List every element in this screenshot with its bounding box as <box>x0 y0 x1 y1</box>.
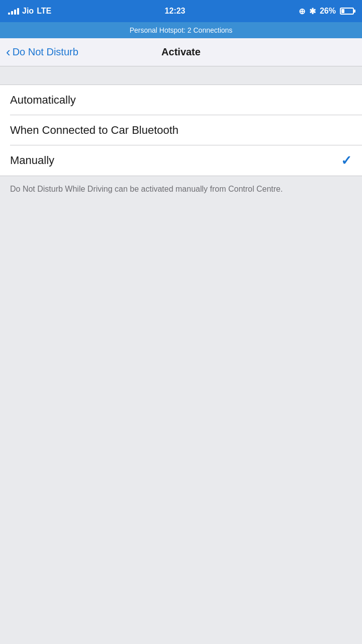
hotspot-text: Personal Hotspot: 2 Connections <box>130 26 233 34</box>
checkmark-icon: ✓ <box>341 153 352 169</box>
status-right: ⊕ ✱ 26% <box>299 7 354 16</box>
manually-label: Manually <box>10 154 54 167</box>
network-type-label: LTE <box>37 7 51 16</box>
nav-bar: ‹ Do Not Disturb Activate <box>0 38 362 66</box>
battery-icon <box>340 8 354 15</box>
location-icon: ⊕ <box>299 7 305 16</box>
automatically-label: Automatically <box>10 94 76 107</box>
status-bar: Jio LTE 12:23 ⊕ ✱ 26% <box>0 0 362 22</box>
hotspot-bar: Personal Hotspot: 2 Connections <box>0 22 362 38</box>
back-label: Do Not Disturb <box>13 46 78 58</box>
battery-percent: 26% <box>320 7 336 16</box>
automatically-option[interactable]: Automatically <box>0 85 362 115</box>
page-title: Activate <box>161 46 201 58</box>
manually-option[interactable]: Manually ✓ <box>0 145 362 176</box>
activation-options-list: Automatically When Connected to Car Blue… <box>0 85 362 176</box>
description-text: Do Not Disturb While Driving can be acti… <box>0 176 362 202</box>
back-chevron-icon: ‹ <box>6 45 11 58</box>
section-spacer-top <box>0 66 362 85</box>
when-connected-label: When Connected to Car Bluetooth <box>10 124 178 137</box>
when-connected-option[interactable]: When Connected to Car Bluetooth <box>0 115 362 145</box>
carrier-label: Jio <box>22 7 34 16</box>
back-button[interactable]: ‹ Do Not Disturb <box>6 46 78 58</box>
status-time: 12:23 <box>165 7 186 16</box>
status-left: Jio LTE <box>8 7 51 16</box>
bluetooth-icon: ✱ <box>309 7 316 16</box>
signal-icon <box>8 8 19 15</box>
